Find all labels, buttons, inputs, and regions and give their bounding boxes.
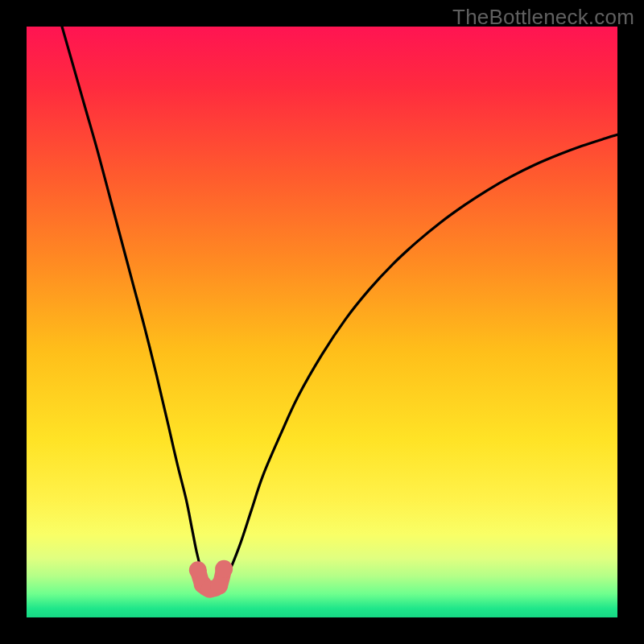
- gradient-background: [27, 27, 617, 617]
- chart-svg: [27, 27, 617, 617]
- min-marker: [215, 560, 233, 578]
- plot-area: [27, 27, 617, 617]
- outer-frame: TheBottleneck.com: [0, 0, 644, 644]
- min-marker: [210, 576, 228, 594]
- watermark-text: TheBottleneck.com: [452, 5, 634, 30]
